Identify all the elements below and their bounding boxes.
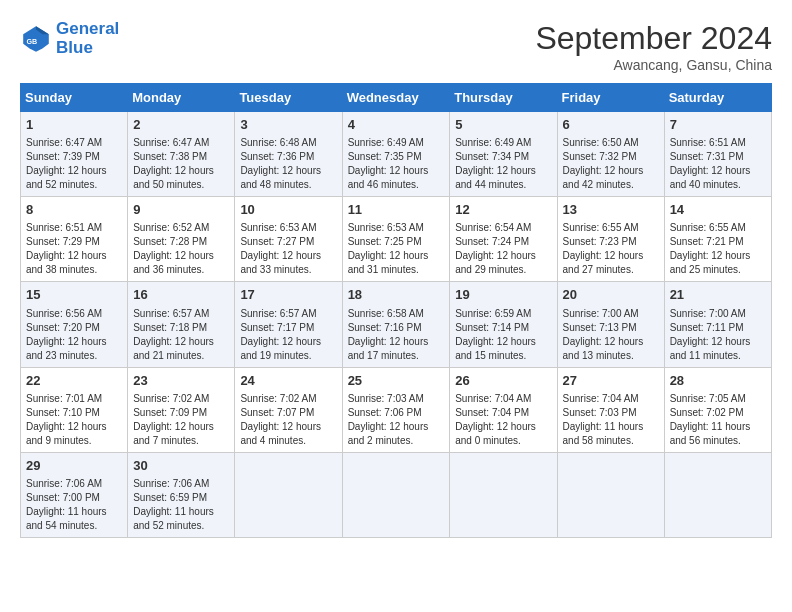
calendar-cell: 6Sunrise: 6:50 AM Sunset: 7:32 PM Daylig… bbox=[557, 112, 664, 197]
day-info: Sunrise: 6:53 AM Sunset: 7:27 PM Dayligh… bbox=[240, 221, 336, 277]
weekday-header: Monday bbox=[128, 84, 235, 112]
day-number: 4 bbox=[348, 116, 445, 134]
svg-text:GB: GB bbox=[26, 36, 37, 45]
day-info: Sunrise: 7:00 AM Sunset: 7:13 PM Dayligh… bbox=[563, 307, 659, 363]
day-number: 11 bbox=[348, 201, 445, 219]
day-number: 14 bbox=[670, 201, 766, 219]
calendar-cell: 15Sunrise: 6:56 AM Sunset: 7:20 PM Dayli… bbox=[21, 282, 128, 367]
day-number: 24 bbox=[240, 372, 336, 390]
calendar-row: 1Sunrise: 6:47 AM Sunset: 7:39 PM Daylig… bbox=[21, 112, 772, 197]
day-info: Sunrise: 7:05 AM Sunset: 7:02 PM Dayligh… bbox=[670, 392, 766, 448]
calendar-cell: 7Sunrise: 6:51 AM Sunset: 7:31 PM Daylig… bbox=[664, 112, 771, 197]
day-number: 18 bbox=[348, 286, 445, 304]
day-number: 15 bbox=[26, 286, 122, 304]
weekday-header: Thursday bbox=[450, 84, 557, 112]
day-info: Sunrise: 6:47 AM Sunset: 7:39 PM Dayligh… bbox=[26, 136, 122, 192]
day-info: Sunrise: 7:01 AM Sunset: 7:10 PM Dayligh… bbox=[26, 392, 122, 448]
day-info: Sunrise: 6:49 AM Sunset: 7:35 PM Dayligh… bbox=[348, 136, 445, 192]
day-info: Sunrise: 6:52 AM Sunset: 7:28 PM Dayligh… bbox=[133, 221, 229, 277]
day-number: 22 bbox=[26, 372, 122, 390]
day-info: Sunrise: 6:56 AM Sunset: 7:20 PM Dayligh… bbox=[26, 307, 122, 363]
logo-text: General Blue bbox=[56, 20, 119, 57]
day-info: Sunrise: 6:55 AM Sunset: 7:23 PM Dayligh… bbox=[563, 221, 659, 277]
day-info: Sunrise: 7:00 AM Sunset: 7:11 PM Dayligh… bbox=[670, 307, 766, 363]
calendar-cell: 17Sunrise: 6:57 AM Sunset: 7:17 PM Dayli… bbox=[235, 282, 342, 367]
calendar-cell: 25Sunrise: 7:03 AM Sunset: 7:06 PM Dayli… bbox=[342, 367, 450, 452]
calendar-cell: 27Sunrise: 7:04 AM Sunset: 7:03 PM Dayli… bbox=[557, 367, 664, 452]
day-info: Sunrise: 7:04 AM Sunset: 7:03 PM Dayligh… bbox=[563, 392, 659, 448]
calendar-cell: 29Sunrise: 7:06 AM Sunset: 7:00 PM Dayli… bbox=[21, 452, 128, 537]
calendar-cell: 26Sunrise: 7:04 AM Sunset: 7:04 PM Dayli… bbox=[450, 367, 557, 452]
day-info: Sunrise: 7:06 AM Sunset: 7:00 PM Dayligh… bbox=[26, 477, 122, 533]
day-info: Sunrise: 6:51 AM Sunset: 7:29 PM Dayligh… bbox=[26, 221, 122, 277]
calendar-cell bbox=[235, 452, 342, 537]
day-number: 21 bbox=[670, 286, 766, 304]
weekday-header: Friday bbox=[557, 84, 664, 112]
day-info: Sunrise: 6:50 AM Sunset: 7:32 PM Dayligh… bbox=[563, 136, 659, 192]
logo-icon: GB bbox=[20, 23, 52, 55]
day-info: Sunrise: 6:59 AM Sunset: 7:14 PM Dayligh… bbox=[455, 307, 551, 363]
day-number: 1 bbox=[26, 116, 122, 134]
day-info: Sunrise: 6:57 AM Sunset: 7:17 PM Dayligh… bbox=[240, 307, 336, 363]
calendar-cell: 10Sunrise: 6:53 AM Sunset: 7:27 PM Dayli… bbox=[235, 197, 342, 282]
calendar-cell: 4Sunrise: 6:49 AM Sunset: 7:35 PM Daylig… bbox=[342, 112, 450, 197]
calendar-table: SundayMondayTuesdayWednesdayThursdayFrid… bbox=[20, 83, 772, 538]
day-number: 2 bbox=[133, 116, 229, 134]
day-number: 17 bbox=[240, 286, 336, 304]
day-info: Sunrise: 6:54 AM Sunset: 7:24 PM Dayligh… bbox=[455, 221, 551, 277]
calendar-cell: 23Sunrise: 7:02 AM Sunset: 7:09 PM Dayli… bbox=[128, 367, 235, 452]
calendar-row: 29Sunrise: 7:06 AM Sunset: 7:00 PM Dayli… bbox=[21, 452, 772, 537]
calendar-row: 22Sunrise: 7:01 AM Sunset: 7:10 PM Dayli… bbox=[21, 367, 772, 452]
day-number: 6 bbox=[563, 116, 659, 134]
calendar-cell: 24Sunrise: 7:02 AM Sunset: 7:07 PM Dayli… bbox=[235, 367, 342, 452]
day-number: 7 bbox=[670, 116, 766, 134]
day-number: 5 bbox=[455, 116, 551, 134]
calendar-cell: 2Sunrise: 6:47 AM Sunset: 7:38 PM Daylig… bbox=[128, 112, 235, 197]
day-info: Sunrise: 7:03 AM Sunset: 7:06 PM Dayligh… bbox=[348, 392, 445, 448]
page-header: GB General Blue September 2024 Awancang,… bbox=[20, 20, 772, 73]
logo: GB General Blue bbox=[20, 20, 119, 57]
day-number: 28 bbox=[670, 372, 766, 390]
calendar-cell: 3Sunrise: 6:48 AM Sunset: 7:36 PM Daylig… bbox=[235, 112, 342, 197]
day-number: 16 bbox=[133, 286, 229, 304]
day-info: Sunrise: 6:55 AM Sunset: 7:21 PM Dayligh… bbox=[670, 221, 766, 277]
weekday-header: Saturday bbox=[664, 84, 771, 112]
calendar-cell bbox=[557, 452, 664, 537]
day-number: 19 bbox=[455, 286, 551, 304]
day-info: Sunrise: 6:49 AM Sunset: 7:34 PM Dayligh… bbox=[455, 136, 551, 192]
month-title: September 2024 bbox=[535, 20, 772, 57]
calendar-cell bbox=[342, 452, 450, 537]
calendar-cell: 20Sunrise: 7:00 AM Sunset: 7:13 PM Dayli… bbox=[557, 282, 664, 367]
calendar-cell: 30Sunrise: 7:06 AM Sunset: 6:59 PM Dayli… bbox=[128, 452, 235, 537]
day-number: 30 bbox=[133, 457, 229, 475]
day-info: Sunrise: 6:58 AM Sunset: 7:16 PM Dayligh… bbox=[348, 307, 445, 363]
calendar-cell bbox=[450, 452, 557, 537]
calendar-cell: 28Sunrise: 7:05 AM Sunset: 7:02 PM Dayli… bbox=[664, 367, 771, 452]
day-info: Sunrise: 6:51 AM Sunset: 7:31 PM Dayligh… bbox=[670, 136, 766, 192]
day-number: 25 bbox=[348, 372, 445, 390]
day-number: 8 bbox=[26, 201, 122, 219]
day-info: Sunrise: 7:04 AM Sunset: 7:04 PM Dayligh… bbox=[455, 392, 551, 448]
day-info: Sunrise: 7:06 AM Sunset: 6:59 PM Dayligh… bbox=[133, 477, 229, 533]
day-info: Sunrise: 7:02 AM Sunset: 7:07 PM Dayligh… bbox=[240, 392, 336, 448]
day-number: 9 bbox=[133, 201, 229, 219]
location: Awancang, Gansu, China bbox=[535, 57, 772, 73]
day-number: 20 bbox=[563, 286, 659, 304]
day-number: 29 bbox=[26, 457, 122, 475]
weekday-header: Wednesday bbox=[342, 84, 450, 112]
weekday-header: Sunday bbox=[21, 84, 128, 112]
calendar-cell bbox=[664, 452, 771, 537]
calendar-row: 15Sunrise: 6:56 AM Sunset: 7:20 PM Dayli… bbox=[21, 282, 772, 367]
calendar-cell: 18Sunrise: 6:58 AM Sunset: 7:16 PM Dayli… bbox=[342, 282, 450, 367]
calendar-cell: 1Sunrise: 6:47 AM Sunset: 7:39 PM Daylig… bbox=[21, 112, 128, 197]
calendar-cell: 13Sunrise: 6:55 AM Sunset: 7:23 PM Dayli… bbox=[557, 197, 664, 282]
day-info: Sunrise: 7:02 AM Sunset: 7:09 PM Dayligh… bbox=[133, 392, 229, 448]
day-info: Sunrise: 6:57 AM Sunset: 7:18 PM Dayligh… bbox=[133, 307, 229, 363]
day-number: 12 bbox=[455, 201, 551, 219]
calendar-header: SundayMondayTuesdayWednesdayThursdayFrid… bbox=[21, 84, 772, 112]
weekday-header: Tuesday bbox=[235, 84, 342, 112]
title-block: September 2024 Awancang, Gansu, China bbox=[535, 20, 772, 73]
day-info: Sunrise: 6:53 AM Sunset: 7:25 PM Dayligh… bbox=[348, 221, 445, 277]
calendar-cell: 9Sunrise: 6:52 AM Sunset: 7:28 PM Daylig… bbox=[128, 197, 235, 282]
day-number: 27 bbox=[563, 372, 659, 390]
